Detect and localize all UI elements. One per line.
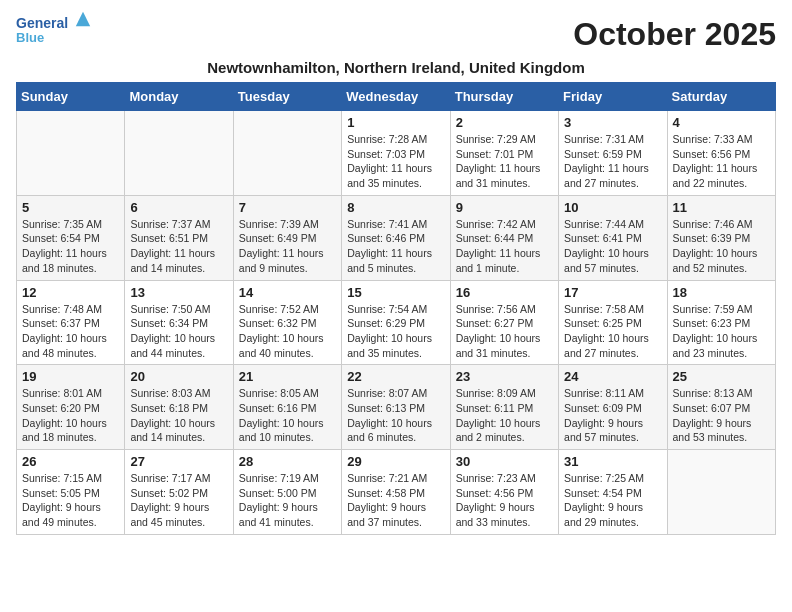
calendar-day-cell: 6Sunrise: 7:37 AM Sunset: 6:51 PM Daylig…	[125, 195, 233, 280]
day-info: Sunrise: 8:03 AM Sunset: 6:18 PM Dayligh…	[130, 386, 227, 445]
day-info: Sunrise: 8:13 AM Sunset: 6:07 PM Dayligh…	[673, 386, 770, 445]
day-number: 21	[239, 369, 336, 384]
calendar-day-header: Saturday	[667, 83, 775, 111]
calendar-day-cell: 28Sunrise: 7:19 AM Sunset: 5:00 PM Dayli…	[233, 450, 341, 535]
calendar-day-cell: 1Sunrise: 7:28 AM Sunset: 7:03 PM Daylig…	[342, 111, 450, 196]
day-number: 9	[456, 200, 553, 215]
day-info: Sunrise: 7:48 AM Sunset: 6:37 PM Dayligh…	[22, 302, 119, 361]
day-number: 8	[347, 200, 444, 215]
day-number: 24	[564, 369, 661, 384]
day-info: Sunrise: 7:56 AM Sunset: 6:27 PM Dayligh…	[456, 302, 553, 361]
day-number: 3	[564, 115, 661, 130]
day-number: 27	[130, 454, 227, 469]
day-number: 2	[456, 115, 553, 130]
day-info: Sunrise: 7:28 AM Sunset: 7:03 PM Dayligh…	[347, 132, 444, 191]
calendar-day-cell: 27Sunrise: 7:17 AM Sunset: 5:02 PM Dayli…	[125, 450, 233, 535]
day-info: Sunrise: 8:07 AM Sunset: 6:13 PM Dayligh…	[347, 386, 444, 445]
day-info: Sunrise: 7:19 AM Sunset: 5:00 PM Dayligh…	[239, 471, 336, 530]
calendar-day-header: Monday	[125, 83, 233, 111]
day-info: Sunrise: 7:15 AM Sunset: 5:05 PM Dayligh…	[22, 471, 119, 530]
month-title: October 2025	[573, 16, 776, 53]
logo-blue: Blue	[16, 31, 92, 45]
day-number: 31	[564, 454, 661, 469]
day-number: 29	[347, 454, 444, 469]
calendar-day-header: Wednesday	[342, 83, 450, 111]
day-info: Sunrise: 7:54 AM Sunset: 6:29 PM Dayligh…	[347, 302, 444, 361]
calendar-day-header: Friday	[559, 83, 667, 111]
calendar-day-header: Tuesday	[233, 83, 341, 111]
calendar-day-cell: 8Sunrise: 7:41 AM Sunset: 6:46 PM Daylig…	[342, 195, 450, 280]
calendar-day-cell: 10Sunrise: 7:44 AM Sunset: 6:41 PM Dayli…	[559, 195, 667, 280]
day-number: 16	[456, 285, 553, 300]
location-title: Newtownhamilton, Northern Ireland, Unite…	[16, 59, 776, 76]
calendar-day-cell: 23Sunrise: 8:09 AM Sunset: 6:11 PM Dayli…	[450, 365, 558, 450]
calendar-week-row: 19Sunrise: 8:01 AM Sunset: 6:20 PM Dayli…	[17, 365, 776, 450]
day-number: 6	[130, 200, 227, 215]
day-number: 22	[347, 369, 444, 384]
day-number: 26	[22, 454, 119, 469]
day-info: Sunrise: 7:41 AM Sunset: 6:46 PM Dayligh…	[347, 217, 444, 276]
calendar-day-cell: 31Sunrise: 7:25 AM Sunset: 4:54 PM Dayli…	[559, 450, 667, 535]
logo: General Blue	[16, 16, 92, 46]
calendar-week-row: 26Sunrise: 7:15 AM Sunset: 5:05 PM Dayli…	[17, 450, 776, 535]
day-info: Sunrise: 7:46 AM Sunset: 6:39 PM Dayligh…	[673, 217, 770, 276]
calendar-day-cell: 14Sunrise: 7:52 AM Sunset: 6:32 PM Dayli…	[233, 280, 341, 365]
calendar-day-cell: 11Sunrise: 7:46 AM Sunset: 6:39 PM Dayli…	[667, 195, 775, 280]
day-number: 23	[456, 369, 553, 384]
calendar-day-cell: 26Sunrise: 7:15 AM Sunset: 5:05 PM Dayli…	[17, 450, 125, 535]
calendar-week-row: 12Sunrise: 7:48 AM Sunset: 6:37 PM Dayli…	[17, 280, 776, 365]
calendar-day-cell: 15Sunrise: 7:54 AM Sunset: 6:29 PM Dayli…	[342, 280, 450, 365]
day-info: Sunrise: 7:17 AM Sunset: 5:02 PM Dayligh…	[130, 471, 227, 530]
calendar-day-cell: 30Sunrise: 7:23 AM Sunset: 4:56 PM Dayli…	[450, 450, 558, 535]
day-info: Sunrise: 7:21 AM Sunset: 4:58 PM Dayligh…	[347, 471, 444, 530]
day-info: Sunrise: 7:23 AM Sunset: 4:56 PM Dayligh…	[456, 471, 553, 530]
day-number: 5	[22, 200, 119, 215]
calendar-day-cell: 2Sunrise: 7:29 AM Sunset: 7:01 PM Daylig…	[450, 111, 558, 196]
day-info: Sunrise: 8:01 AM Sunset: 6:20 PM Dayligh…	[22, 386, 119, 445]
day-info: Sunrise: 7:42 AM Sunset: 6:44 PM Dayligh…	[456, 217, 553, 276]
day-number: 11	[673, 200, 770, 215]
calendar-day-cell: 20Sunrise: 8:03 AM Sunset: 6:18 PM Dayli…	[125, 365, 233, 450]
calendar-day-cell: 9Sunrise: 7:42 AM Sunset: 6:44 PM Daylig…	[450, 195, 558, 280]
calendar-day-cell: 21Sunrise: 8:05 AM Sunset: 6:16 PM Dayli…	[233, 365, 341, 450]
day-number: 10	[564, 200, 661, 215]
day-number: 28	[239, 454, 336, 469]
day-info: Sunrise: 7:31 AM Sunset: 6:59 PM Dayligh…	[564, 132, 661, 191]
day-info: Sunrise: 7:25 AM Sunset: 4:54 PM Dayligh…	[564, 471, 661, 530]
calendar-day-cell: 24Sunrise: 8:11 AM Sunset: 6:09 PM Dayli…	[559, 365, 667, 450]
calendar-table: SundayMondayTuesdayWednesdayThursdayFrid…	[16, 82, 776, 535]
day-number: 7	[239, 200, 336, 215]
calendar-day-cell: 13Sunrise: 7:50 AM Sunset: 6:34 PM Dayli…	[125, 280, 233, 365]
day-info: Sunrise: 7:52 AM Sunset: 6:32 PM Dayligh…	[239, 302, 336, 361]
calendar-week-row: 5Sunrise: 7:35 AM Sunset: 6:54 PM Daylig…	[17, 195, 776, 280]
day-info: Sunrise: 7:59 AM Sunset: 6:23 PM Dayligh…	[673, 302, 770, 361]
day-info: Sunrise: 7:35 AM Sunset: 6:54 PM Dayligh…	[22, 217, 119, 276]
calendar-week-row: 1Sunrise: 7:28 AM Sunset: 7:03 PM Daylig…	[17, 111, 776, 196]
calendar-day-header: Thursday	[450, 83, 558, 111]
day-number: 1	[347, 115, 444, 130]
calendar-day-cell: 12Sunrise: 7:48 AM Sunset: 6:37 PM Dayli…	[17, 280, 125, 365]
day-info: Sunrise: 8:09 AM Sunset: 6:11 PM Dayligh…	[456, 386, 553, 445]
day-number: 13	[130, 285, 227, 300]
calendar-day-cell: 22Sunrise: 8:07 AM Sunset: 6:13 PM Dayli…	[342, 365, 450, 450]
day-info: Sunrise: 8:05 AM Sunset: 6:16 PM Dayligh…	[239, 386, 336, 445]
day-info: Sunrise: 7:29 AM Sunset: 7:01 PM Dayligh…	[456, 132, 553, 191]
day-number: 25	[673, 369, 770, 384]
calendar-day-cell	[233, 111, 341, 196]
calendar-day-cell: 29Sunrise: 7:21 AM Sunset: 4:58 PM Dayli…	[342, 450, 450, 535]
day-info: Sunrise: 7:58 AM Sunset: 6:25 PM Dayligh…	[564, 302, 661, 361]
calendar-day-cell: 17Sunrise: 7:58 AM Sunset: 6:25 PM Dayli…	[559, 280, 667, 365]
calendar-day-cell: 7Sunrise: 7:39 AM Sunset: 6:49 PM Daylig…	[233, 195, 341, 280]
calendar-day-header: Sunday	[17, 83, 125, 111]
day-number: 20	[130, 369, 227, 384]
calendar-day-cell	[125, 111, 233, 196]
day-number: 30	[456, 454, 553, 469]
day-info: Sunrise: 7:37 AM Sunset: 6:51 PM Dayligh…	[130, 217, 227, 276]
calendar-day-cell: 18Sunrise: 7:59 AM Sunset: 6:23 PM Dayli…	[667, 280, 775, 365]
logo-text: General	[16, 16, 92, 31]
day-number: 14	[239, 285, 336, 300]
day-number: 17	[564, 285, 661, 300]
day-number: 15	[347, 285, 444, 300]
month-title-section: October 2025	[573, 16, 776, 53]
calendar-day-cell: 19Sunrise: 8:01 AM Sunset: 6:20 PM Dayli…	[17, 365, 125, 450]
